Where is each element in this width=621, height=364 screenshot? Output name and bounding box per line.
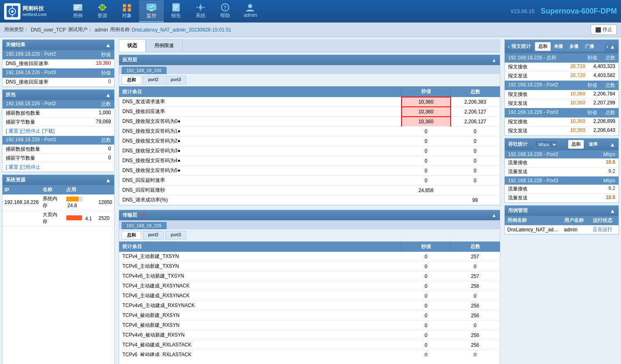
capture-port2-link: [ 重置 ]已经停止 [下载]: [2, 127, 114, 136]
transport-collapse[interactable]: ▲: [492, 213, 497, 218]
sys-usage: 4.1: [64, 210, 97, 226]
breadcrumb: 用例类型： DNS_over_TCP 测试用户： admin 用例名称 DnsL…: [0, 23, 621, 37]
throughput-tab-rate[interactable]: 速率: [585, 140, 601, 149]
svg-rect-18: [174, 5, 178, 6]
key-results-expand[interactable]: ▲: [105, 42, 111, 48]
logo: 网测科技 netitest.com: [4, 3, 57, 20]
tab-status[interactable]: 状态: [119, 39, 146, 52]
capture-port3-pkts-label: 捕获数据包数量: [6, 146, 40, 153]
capture-port2-header: 192.168.18.226 - Port2 总数: [2, 100, 114, 109]
throughput-tab-sum[interactable]: 总和: [568, 140, 584, 149]
svg-rect-11: [123, 4, 126, 7]
nav-item-cases[interactable]: 用例: [65, 0, 90, 22]
transport-layer-row: TCPv4v6_被动新建_RXSYN 0 256: [119, 330, 500, 340]
app-layer-row: DNS_接收报文应答码为5● 0 0: [119, 166, 500, 176]
transport-layer-row: TCPv6_被动新建_RXSYN 0 0: [119, 321, 500, 330]
throughput-unit-select[interactable]: Mbps Kbps Gbps: [535, 140, 558, 149]
stats-tab-unicast[interactable]: 单播: [551, 42, 566, 51]
packet-stats-expand-left[interactable]: ‹: [508, 44, 510, 50]
app-sec-value: 10,360: [402, 97, 451, 107]
svg-rect-7: [75, 7, 79, 8]
tab-case-speed[interactable]: 用例限速: [146, 39, 183, 52]
app-total-value: 0: [451, 146, 500, 156]
capture-port3-link: [ 重置 ]已经停止: [2, 163, 114, 172]
nav-item-resources[interactable]: 资源: [90, 0, 115, 22]
packet-stats-title: 报文统计: [511, 43, 531, 50]
nav-item-help[interactable]: ? 帮助: [213, 0, 237, 22]
case-user-cell: admin: [562, 225, 590, 234]
transport-inner-tab-port2[interactable]: port2: [143, 231, 164, 240]
transport-inner-tab-port3[interactable]: port3: [165, 231, 186, 240]
nav-label-monitor: 监控: [147, 12, 156, 19]
app-stat-label: DNS_接收回应速率: [119, 107, 402, 117]
nav-item-system[interactable]: 系统: [188, 0, 213, 22]
nav-right: V23.06.15 Supernova-600F-DPM: [510, 7, 617, 16]
stop-button[interactable]: ⬛ 停止: [591, 25, 617, 35]
sys-col-usage: 占用: [64, 185, 97, 194]
svg-point-24: [248, 4, 252, 8]
trans-stat-label: TCPv4_主动建成_RXSYNACK: [119, 281, 402, 291]
throughput-data-row: 流量发送 10.5: [505, 194, 619, 203]
sys-name: 系统内存: [41, 194, 64, 210]
sys-col-name: 名称: [41, 185, 64, 194]
case-mgmt-section: 用例管理 ▲ 用例名称 用户名称 运行状态 DnsLatency_NAT_adm…: [504, 205, 619, 235]
nav-item-monitor[interactable]: 监控: [139, 0, 164, 22]
transport-layer-row: TCPv6_主动新建_TXSYN 0 0: [119, 262, 500, 271]
svg-rect-20: [174, 9, 176, 9]
key-results-section: 关键结果 ▲ 192.168.18.226 - Port2 秒值 DNS_接收回…: [2, 39, 115, 87]
svg-point-10: [100, 5, 104, 9]
version-text: V23.06.15: [510, 8, 535, 14]
key-results-port3-header: 192.168.18.226 - Port3 秒值: [2, 68, 114, 78]
app-layer-collapse[interactable]: ▲: [492, 57, 497, 63]
nav-label-help: 帮助: [220, 12, 230, 19]
case-mgmt-collapse[interactable]: ▲: [610, 208, 615, 214]
stats-tab-sum[interactable]: 总和: [535, 42, 551, 51]
trans-stat-label: TCPv4_被动新建_RXSYN: [119, 311, 402, 321]
case-name-value: DnsLatency_NAT_admin_20230828-15:01:51: [132, 27, 231, 33]
capture-link[interactable]: [ 重置 ]已经停止 [下载]: [6, 128, 54, 135]
sys-resource-table: IP 名称 占用 192.168.18.226 系统内存 24.8 12850 …: [2, 185, 114, 226]
sys-resource-header: 系统资源 ▲: [2, 175, 114, 185]
trans-total-value: 256: [451, 330, 500, 340]
nav-item-objects[interactable]: 对象: [115, 0, 139, 22]
throughput-collapse[interactable]: ▲: [610, 141, 615, 148]
sys-resource-section: 系统资源 ▲ IP 名称 占用 192.168.18.226 系统内: [2, 174, 115, 364]
app-inner-tab-sum[interactable]: 总和: [122, 76, 141, 84]
stats-row: 报文发送 20,7204,403,582: [505, 72, 619, 81]
app-inner-tab-port2[interactable]: port2: [143, 76, 164, 84]
trans-sec-value: 0: [402, 271, 451, 281]
sys-resource-expand[interactable]: ▲: [105, 177, 111, 183]
top-navigation: 网测科技 netitest.com 用例 资源: [0, 0, 621, 23]
trans-stat-label: TCPv4_被动建成_RXLASTACK: [119, 340, 402, 350]
packet-stats-collapse[interactable]: ▲: [610, 43, 615, 50]
nav-label-resources: 资源: [97, 12, 107, 19]
nav-label-admin: admin: [244, 12, 257, 18]
transport-help-icon[interactable]: ❓: [140, 213, 146, 217]
case-mgmt-header: 用例管理 ▲: [505, 206, 619, 216]
stats-tab-broadcast[interactable]: 广播: [582, 42, 597, 51]
transport-inner-tab-sum[interactable]: 总和: [122, 231, 141, 240]
transport-sub-tab-ip[interactable]: 192_168_18_226: [122, 222, 167, 229]
capture-port3-link-text[interactable]: [ 重置 ]已经停止: [6, 164, 41, 171]
trans-col-total: 总数: [451, 242, 500, 252]
app-sub-tab-ip[interactable]: 192_168_18_226: [122, 67, 167, 74]
capture-expand[interactable]: ▲: [105, 92, 111, 98]
trans-stat-label: TCPv6_被动建成_RXLASTACK: [119, 350, 402, 357]
trans-sec-value: 0: [402, 262, 451, 271]
svg-rect-6: [75, 5, 81, 6]
capture-port3-bytes: 捕获字节数量 0: [2, 154, 114, 163]
trans-stat-label: TCPv4v6_主动建成_RXSYNACK: [119, 301, 402, 311]
trans-total-value: 257: [451, 271, 500, 281]
app-sec-value: 0: [402, 136, 451, 146]
trans-sec-value: 0: [402, 340, 451, 350]
nav-item-reports[interactable]: 报告: [164, 0, 188, 22]
stats-tab-multicast[interactable]: 多播: [566, 42, 582, 51]
app-stat-label: DNS_发送请求速率: [119, 97, 402, 107]
nav-label-reports: 报告: [171, 12, 181, 19]
trans-sec-value: 0: [402, 281, 451, 291]
packet-stats-expand-right[interactable]: ›: [606, 44, 608, 50]
case-col-user: 用户名称: [562, 216, 590, 225]
app-inner-tab-port3[interactable]: port3: [165, 76, 186, 84]
trans-col-sec: 秒值: [402, 242, 451, 252]
nav-item-admin[interactable]: admin: [237, 0, 263, 22]
